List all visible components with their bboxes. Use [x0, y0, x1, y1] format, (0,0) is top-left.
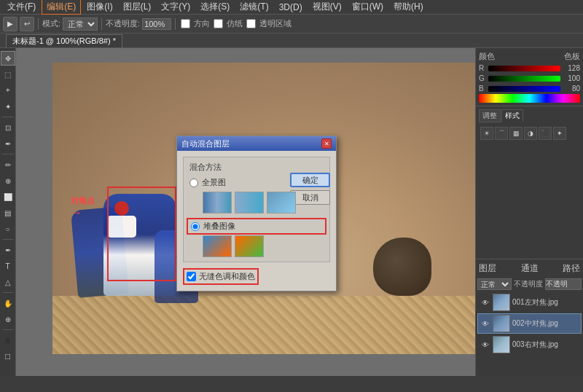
blue-channel-row: B 80	[479, 85, 580, 93]
seamless-checkbox[interactable]	[187, 272, 196, 281]
channels-tab[interactable]: 通道	[521, 262, 539, 275]
green-slider[interactable]	[488, 76, 560, 82]
green-channel-row: G 100	[479, 74, 580, 82]
layer-eye-1[interactable]: 👁	[480, 318, 490, 329]
menu-select[interactable]: 选择(S)	[196, 0, 234, 14]
direction-check[interactable]	[181, 19, 190, 28]
layer-item-1[interactable]: 👁 002中对焦.jpg	[477, 313, 582, 334]
layer-eye-0[interactable]: 👁	[480, 297, 490, 307]
layer-thumb-2	[493, 336, 510, 353]
menu-window[interactable]: 窗口(W)	[348, 0, 388, 14]
adjustments-tab[interactable]: 调整	[479, 109, 501, 122]
tab-bar: 未标题-1 @ 100%(RGB/8#) *	[0, 34, 583, 48]
adj-hue[interactable]: ◑	[524, 127, 537, 140]
foreground-color[interactable]: ■	[1, 333, 15, 348]
menu-3d[interactable]: 3D(D)	[275, 1, 307, 13]
menu-view[interactable]: 视图(V)	[308, 0, 346, 14]
stack-thumb2	[235, 235, 264, 257]
dialog-title-text: 自动混合图层	[181, 138, 230, 149]
g-value: 100	[563, 74, 580, 82]
color-panel: 颜色 色板 R 128 G 100 B 80	[476, 48, 583, 106]
panorama-thumb1	[203, 192, 232, 213]
blue-slider[interactable]	[488, 86, 560, 92]
dialog-close-btn[interactable]: ✕	[321, 138, 332, 149]
crop-tool[interactable]: ⊡	[1, 120, 15, 135]
menu-layer[interactable]: 图层(L)	[119, 0, 156, 14]
simulate-label: 仿纸	[227, 18, 243, 29]
background-color[interactable]: □	[1, 349, 15, 364]
stack-radio[interactable]	[191, 222, 200, 231]
opacity-value-input[interactable]	[545, 278, 582, 290]
tools-panel: ✥ ⬚ ⌖ ✦ ⊡ ✒ ✏ ⊕ ⬜ ▤ ○ ✒ T △ ✋ ⊕ ■ □	[0, 48, 16, 376]
tools-sep1	[2, 117, 14, 117]
toolbar-undo-btn[interactable]: ↩	[20, 17, 34, 31]
seamless-checkbox-row: 无缝色调和颜色	[183, 268, 259, 285]
menu-type[interactable]: 文字(Y)	[157, 0, 195, 14]
layer-eye-2[interactable]: 👁	[480, 340, 490, 350]
eraser-tool[interactable]: ⬜	[1, 189, 15, 204]
marquee-tool[interactable]: ⬚	[1, 67, 15, 82]
hand-tool[interactable]: ✋	[1, 296, 15, 310]
tools-sep3	[2, 239, 14, 240]
styles-tab[interactable]: 样式	[501, 109, 523, 122]
eyedropper-tool[interactable]: ✒	[1, 136, 15, 151]
text-tool[interactable]: T	[1, 259, 15, 273]
dialog-title-bar: 自动混合图层 ✕	[177, 136, 336, 151]
stack-label: 堆叠图像	[203, 221, 235, 232]
adjustment-icons: ☀ ⌒ ▦ ◑ ⬛ ✦	[479, 125, 580, 141]
dialog-overlay: 自动混合图层 ✕ 确定 取消 混合方法 全景图	[16, 48, 475, 376]
dodge-tool[interactable]: ○	[1, 222, 15, 236]
layer-mode-row: 正常 不透明度	[477, 278, 582, 290]
clone-tool[interactable]: ⊕	[1, 173, 15, 188]
menu-filter[interactable]: 滤镜(T)	[235, 0, 273, 14]
mode-select[interactable]: 正常	[63, 17, 98, 31]
adj-vibrance[interactable]: ✦	[553, 127, 566, 140]
blend-mode-select[interactable]: 正常	[477, 278, 512, 290]
brush-tool[interactable]: ✏	[1, 157, 15, 172]
b-value: 80	[563, 85, 580, 93]
ok-button[interactable]: 确定	[290, 173, 330, 187]
opacity-input[interactable]	[142, 18, 171, 30]
cancel-button[interactable]: 取消	[290, 190, 330, 205]
layer-name-0: 001左对焦.jpg	[512, 297, 579, 307]
menu-file[interactable]: 文件(F)	[3, 0, 40, 14]
canvas-tab[interactable]: 未标题-1 @ 100%(RGB/8#) *	[6, 34, 122, 47]
red-slider[interactable]	[488, 66, 560, 71]
menu-image[interactable]: 图像(I)	[82, 0, 117, 14]
pen-tool[interactable]: ✒	[1, 243, 15, 257]
gradient-tool[interactable]: ▤	[1, 205, 15, 220]
shape-tool[interactable]: △	[1, 275, 15, 289]
menu-edit[interactable]: 编辑(E)	[42, 0, 81, 15]
toolbar-mode-btn[interactable]: ▶	[3, 17, 17, 31]
clear-check[interactable]	[246, 19, 256, 28]
adj-brightness[interactable]: ☀	[480, 127, 493, 140]
swatches-tab-label[interactable]: 色板	[564, 51, 580, 62]
tools-sep2	[2, 154, 14, 154]
color-tab-label[interactable]: 颜色	[479, 51, 495, 62]
adj-color-balance[interactable]: ⬛	[539, 127, 552, 140]
opacity-text: 不透明度	[514, 279, 543, 289]
panorama-radio[interactable]	[189, 179, 198, 187]
toolbar-sep3	[175, 18, 176, 30]
panorama-thumb3	[267, 192, 296, 213]
magic-wand-tool[interactable]: ✦	[1, 99, 15, 114]
layer-thumb-1	[493, 315, 510, 332]
panorama-label: 全景图	[202, 177, 226, 188]
layers-header: 图层 通道 路径	[477, 261, 582, 276]
paths-tab[interactable]: 路径	[563, 262, 580, 275]
layer-name-1: 002中对焦.jpg	[512, 318, 579, 329]
layer-item-2[interactable]: 👁 003右对焦.jpg	[477, 334, 582, 355]
simulate-check[interactable]	[214, 19, 223, 28]
lasso-tool[interactable]: ⌖	[1, 83, 15, 98]
tools-sep4	[2, 292, 14, 293]
props-tabs: 调整 样式	[479, 109, 580, 122]
menu-help[interactable]: 帮助(H)	[389, 0, 428, 14]
zoom-tool[interactable]: ⊕	[1, 312, 15, 326]
menu-bar: 文件(F) 编辑(E) 图像(I) 图层(L) 文字(Y) 选择(S) 滤镜(T…	[0, 0, 583, 15]
adj-levels[interactable]: ▦	[509, 127, 523, 140]
layer-item-0[interactable]: 👁 001左对焦.jpg	[477, 292, 582, 313]
move-tool[interactable]: ✥	[1, 51, 15, 66]
stack-thumb1	[203, 235, 232, 257]
group-title: 混合方法	[189, 162, 324, 173]
adj-curves[interactable]: ⌒	[495, 127, 508, 140]
